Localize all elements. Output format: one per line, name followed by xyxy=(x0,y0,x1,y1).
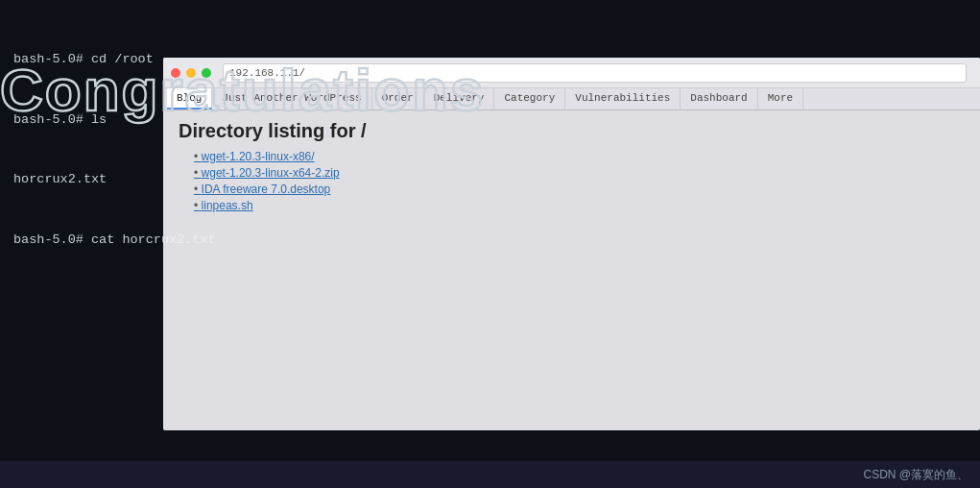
browser-content: Directory listing for / wget-1.20.3-linu… xyxy=(163,110,980,225)
browser-tab-more[interactable]: More xyxy=(758,88,803,110)
browser-tab-category[interactable]: Category xyxy=(494,88,565,110)
watermark: CSDN @落寞的鱼、 xyxy=(863,467,968,483)
browser-tab-dashboard[interactable]: Dashboard xyxy=(681,88,757,110)
browser-minimize-dot xyxy=(186,68,196,78)
browser-tab-vulnerabilities[interactable]: Vulnerabilities xyxy=(565,88,681,110)
browser-link-2[interactable]: IDA freeware 7.0.desktop xyxy=(194,183,965,196)
browser-link-0[interactable]: wget-1.20.3-linux-x86/ xyxy=(194,150,965,163)
browser-topbar: 192.168.1.1/ xyxy=(163,58,980,88)
browser-link-3[interactable]: linpeas.sh xyxy=(194,199,965,212)
browser-tab-wordpress[interactable]: Just Another WordPress xyxy=(212,88,371,110)
browser-tab-blog[interactable]: Blog xyxy=(167,88,212,110)
browser-nav-tabs: Blog Just Another WordPress Order Delive… xyxy=(163,88,980,110)
browser-overlay: 192.168.1.1/ Blog Just Another WordPress… xyxy=(163,58,980,430)
browser-tab-order[interactable]: Order xyxy=(372,88,424,110)
terminal-window: bash-5.0# cd /root bash-5.0# ls horcrux2… xyxy=(0,0,980,488)
bottom-bar: CSDN @落寞的鱼、 xyxy=(0,461,980,488)
browser-tab-delivery[interactable]: Delivery xyxy=(424,88,495,110)
browser-close-dot xyxy=(171,68,180,78)
browser-page-heading: Directory listing for / xyxy=(179,120,965,142)
browser-maximize-dot xyxy=(202,68,211,78)
browser-url-bar[interactable]: 192.168.1.1/ xyxy=(223,63,967,83)
browser-link-1[interactable]: wget-1.20.3-linux-x64-2.zip xyxy=(194,166,965,180)
